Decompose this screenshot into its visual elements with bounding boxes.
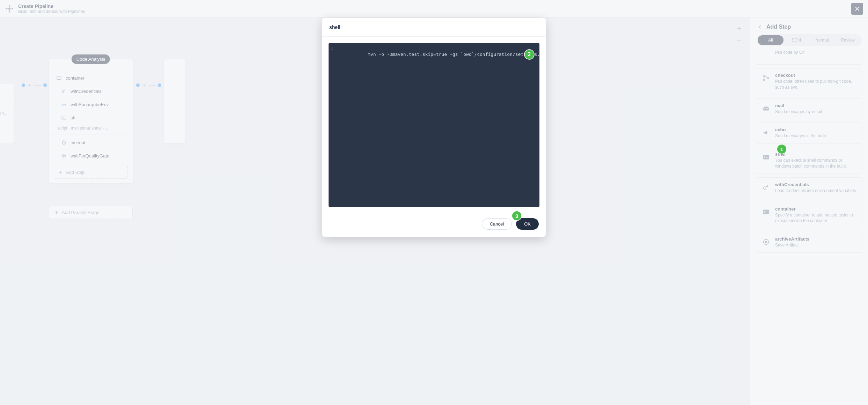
code-text[interactable]: mvn -o -Dmaven.test.skip=true -gs `pwd`/… [337, 43, 539, 207]
shell-code-editor[interactable]: 2 1 mvn -o -Dmaven.test.skip=true -gs `p… [329, 43, 539, 207]
ok-button[interactable]: OK [516, 218, 539, 230]
shell-modal: shell 2 1 mvn -o -Dmaven.test.skip=true … [322, 18, 546, 237]
callout-badge-2: 2 [525, 50, 534, 59]
code-gutter: 1 [329, 43, 337, 207]
modal-title: shell [322, 18, 546, 37]
modal-overlay: shell 2 1 mvn -o -Dmaven.test.skip=true … [0, 0, 868, 405]
callout-badge-3: 3 [512, 211, 521, 220]
callout-badge-1: 1 [777, 145, 786, 154]
cancel-button[interactable]: Cancel [482, 218, 512, 230]
